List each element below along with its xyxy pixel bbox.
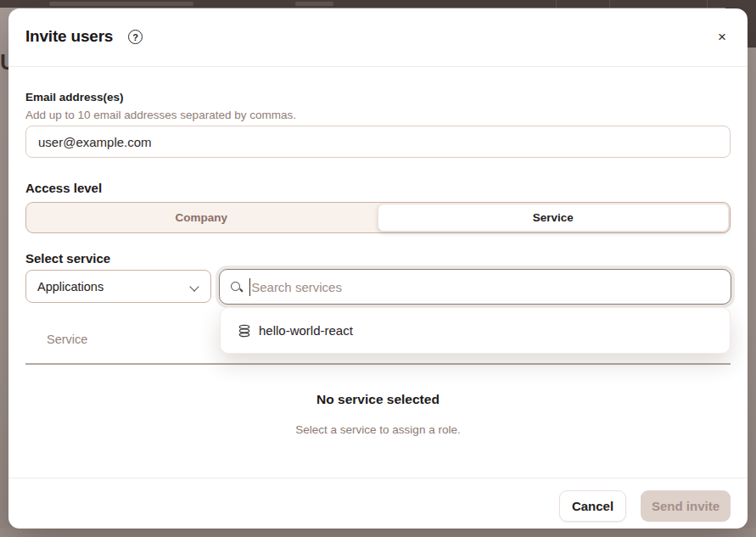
segment-company-label: Company (175, 211, 227, 224)
backdrop-nav-separator (556, 0, 557, 8)
email-label: Email address(es) (25, 91, 124, 103)
service-search-box[interactable] (219, 269, 731, 305)
text-caret (249, 278, 250, 296)
search-icon (230, 281, 243, 294)
email-helper-text: Add up to 10 email addresses separated b… (25, 109, 296, 121)
service-search-input[interactable] (251, 280, 720, 294)
empty-state-subtitle: Select a service to assign a role. (8, 423, 748, 436)
backdrop-nav-text-hint (49, 2, 193, 6)
backdrop-nav-separator (707, 0, 708, 8)
search-result-name: hello-world-react (259, 323, 353, 338)
backdrop-navbar (0, 0, 756, 8)
footer-divider (8, 478, 748, 478)
modal-title: Invite users (25, 27, 113, 46)
close-icon[interactable]: × (710, 25, 734, 49)
service-column-header: Service (47, 333, 87, 346)
service-type-select-value: Applications (37, 280, 191, 294)
service-type-select[interactable]: Applications (25, 270, 211, 303)
backdrop-nav-text-hint (295, 2, 333, 6)
access-level-label: Access level (25, 181, 102, 195)
stack-icon (238, 324, 251, 338)
chevron-down-icon (191, 282, 199, 291)
segment-service[interactable]: Service (378, 204, 730, 232)
backdrop-bottom-strip (0, 528, 756, 537)
search-result-item[interactable]: hello-world-react (221, 314, 730, 348)
help-icon[interactable]: ? (128, 30, 143, 44)
table-divider (25, 363, 731, 365)
backdrop-nav-separator (609, 0, 610, 8)
empty-state-title: No service selected (8, 392, 748, 407)
select-service-label: Select service (25, 251, 110, 266)
email-input[interactable] (25, 126, 731, 158)
segment-service-label: Service (533, 211, 574, 224)
send-invite-button[interactable]: Send invite (641, 490, 731, 522)
background-page-heading-fragment: U (0, 49, 8, 76)
search-results-dropdown: hello-world-react (220, 307, 731, 354)
invite-users-modal: Invite users ? × Email address(es) Add u… (8, 8, 748, 529)
segment-company[interactable]: Company (26, 203, 377, 232)
cancel-button[interactable]: Cancel (559, 490, 626, 522)
access-level-segmented-control: Company Service (25, 202, 731, 233)
header-divider (8, 66, 748, 67)
